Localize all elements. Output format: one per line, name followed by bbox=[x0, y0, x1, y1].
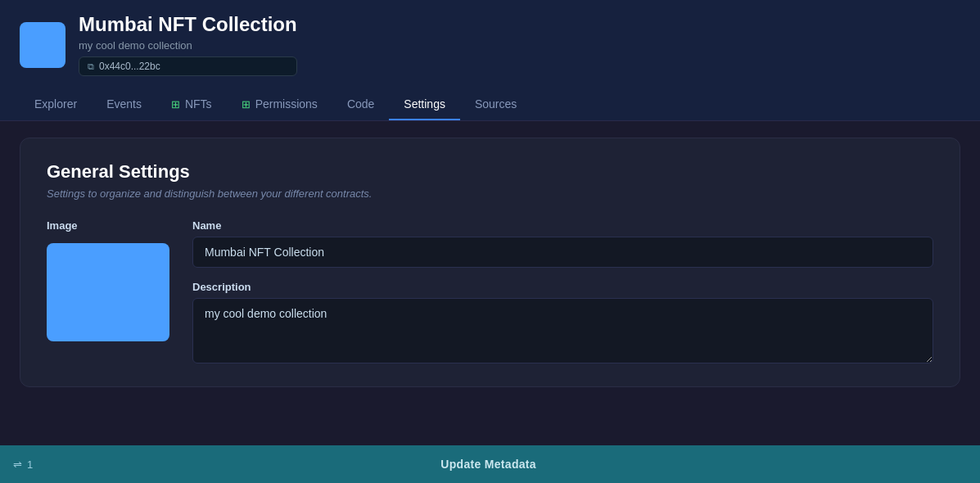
nav-item-events[interactable]: Events bbox=[92, 89, 156, 120]
copy-icon: ⧉ bbox=[88, 61, 94, 72]
nav-item-sources[interactable]: Sources bbox=[460, 89, 531, 120]
contract-info: Mumbai NFT Collection my cool demo colle… bbox=[79, 13, 297, 76]
nav-item-permissions[interactable]: ⊞ Permissions bbox=[227, 89, 332, 120]
header-top: Mumbai NFT Collection my cool demo colle… bbox=[20, 13, 960, 76]
description-input[interactable] bbox=[192, 298, 933, 363]
name-input[interactable] bbox=[192, 237, 933, 268]
main-content: General Settings Settings to organize an… bbox=[0, 121, 980, 483]
nav: Explorer Events ⊞ NFTs ⊞ Permissions Cod… bbox=[20, 89, 960, 120]
nav-label-permissions: Permissions bbox=[255, 97, 318, 111]
nav-item-nfts[interactable]: ⊞ NFTs bbox=[156, 89, 227, 120]
form-layout: Image Name Description bbox=[47, 219, 933, 363]
nav-item-settings[interactable]: Settings bbox=[389, 89, 460, 120]
fields-section: Name Description bbox=[192, 219, 933, 363]
image-label: Image bbox=[47, 219, 169, 232]
description-field-group: Description bbox=[192, 281, 933, 363]
settings-card: General Settings Settings to organize an… bbox=[20, 138, 960, 387]
header: Mumbai NFT Collection my cool demo colle… bbox=[0, 0, 980, 121]
contract-title: Mumbai NFT Collection bbox=[79, 13, 297, 36]
nav-label-nfts: NFTs bbox=[185, 97, 212, 111]
grid-icon-nfts: ⊞ bbox=[171, 98, 180, 111]
nav-item-code[interactable]: Code bbox=[332, 89, 389, 120]
image-section: Image bbox=[47, 219, 169, 341]
update-metadata-button[interactable]: Update Metadata bbox=[46, 458, 931, 471]
chain-number: 1 bbox=[27, 458, 33, 471]
name-label: Name bbox=[192, 219, 933, 232]
nav-label-explorer: Explorer bbox=[34, 97, 77, 111]
address-text: 0x44c0...22bc bbox=[99, 61, 160, 72]
nav-label-code: Code bbox=[347, 97, 374, 111]
footer-left: ⇌ 1 bbox=[0, 458, 46, 471]
name-field-group: Name bbox=[192, 219, 933, 268]
description-label: Description bbox=[192, 281, 933, 293]
footer-bar: ⇌ 1 Update Metadata bbox=[0, 445, 980, 483]
nav-item-explorer[interactable]: Explorer bbox=[20, 89, 92, 120]
image-placeholder[interactable] bbox=[47, 243, 169, 341]
chain-icon: ⇌ bbox=[13, 458, 22, 471]
contract-logo bbox=[20, 22, 65, 68]
contract-subtitle: my cool demo collection bbox=[79, 39, 297, 52]
nav-label-settings: Settings bbox=[404, 97, 445, 111]
grid-icon-permissions: ⊞ bbox=[242, 98, 251, 111]
card-subtitle: Settings to organize and distinguish bet… bbox=[47, 187, 933, 200]
card-title: General Settings bbox=[47, 161, 933, 183]
nav-label-events: Events bbox=[106, 97, 142, 111]
contract-address[interactable]: ⧉ 0x44c0...22bc bbox=[79, 56, 297, 76]
nav-label-sources: Sources bbox=[475, 97, 517, 111]
